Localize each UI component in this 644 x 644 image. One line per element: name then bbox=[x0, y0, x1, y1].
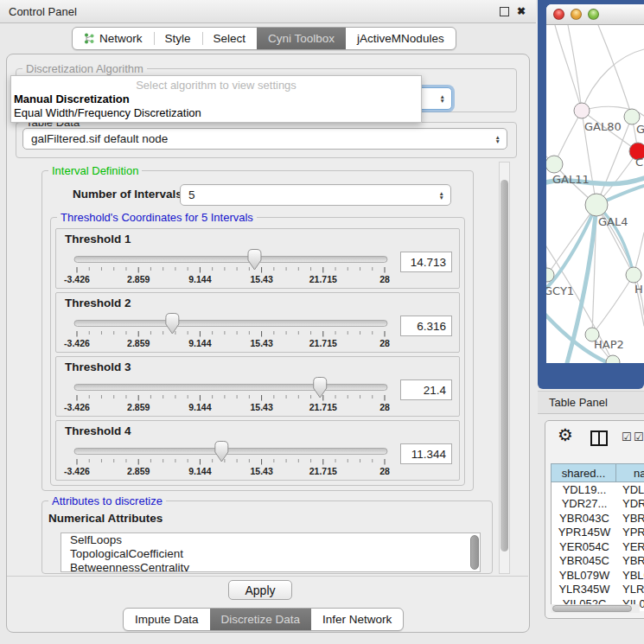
svg-text:-3.426: -3.426 bbox=[64, 466, 90, 476]
dropdown-option-manual[interactable]: Manual Discretization bbox=[11, 92, 421, 106]
app-root: Control Panel ✖ NetworkStyleSelectCyni T… bbox=[0, 0, 644, 644]
threshold-4-value-field[interactable]: 11.344 bbox=[400, 443, 452, 464]
threshold-3-panel: Threshold 3 -3.4262.8599.14415.4321.7152… bbox=[55, 356, 460, 417]
table-hscrollbar[interactable] bbox=[551, 604, 640, 613]
minimize-traffic-light-icon[interactable] bbox=[571, 9, 582, 20]
table-row[interactable]: YDR27... YDR2 bbox=[552, 497, 644, 512]
panel-scrollbar-thumb[interactable] bbox=[501, 180, 508, 552]
threshold-2-slider[interactable]: -3.4262.8599.14415.4321.71528 bbox=[67, 312, 399, 350]
svg-text:28: 28 bbox=[379, 402, 390, 412]
svg-text:9.144: 9.144 bbox=[188, 402, 211, 412]
list-item[interactable]: SelfLoops bbox=[61, 533, 480, 547]
attributes-group-label: Attributes to discretize bbox=[48, 494, 166, 507]
svg-text:GCY1: GCY1 bbox=[546, 284, 574, 297]
cell-name: YBR0 bbox=[617, 512, 644, 525]
svg-text:9.144: 9.144 bbox=[188, 338, 211, 348]
column-header-shared-name[interactable]: shared... bbox=[551, 463, 616, 482]
svg-text:28: 28 bbox=[379, 274, 390, 284]
network-window[interactable]: GAL80GACGAL11GAL4GCY1HHAP2 bbox=[546, 4, 644, 363]
svg-text:15.43: 15.43 bbox=[250, 338, 272, 348]
control-panel-titlebar: Control Panel ✖ bbox=[0, 0, 536, 23]
algorithm-dropdown-popup: Select algorithm to view settings Manual… bbox=[10, 75, 422, 123]
table-row[interactable]: YPR145W YPR1 bbox=[552, 526, 644, 540]
tab-network[interactable]: Network bbox=[73, 28, 154, 49]
table-data-value: galFiltered.sif default node bbox=[31, 132, 168, 145]
tab-infer-network[interactable]: Infer Network bbox=[311, 609, 403, 630]
threshold-label: Threshold 4 bbox=[65, 424, 131, 437]
cell-shared-name: YPR145W bbox=[552, 526, 617, 539]
cell-name: YLR3 bbox=[617, 583, 644, 596]
dropdown-option-equal-width[interactable]: Equal Width/Frequency Discretization bbox=[11, 106, 421, 120]
svg-text:9.144: 9.144 bbox=[188, 274, 211, 284]
select-column-icon[interactable]: ☑ bbox=[622, 431, 632, 443]
panel-scrollbar[interactable] bbox=[499, 162, 510, 574]
close-icon[interactable]: ✖ bbox=[517, 7, 526, 16]
table-hscrollbar-thumb[interactable] bbox=[552, 605, 632, 612]
list-item[interactable]: BetweennessCentrality bbox=[61, 561, 480, 572]
svg-text:-3.426: -3.426 bbox=[64, 402, 90, 412]
table-row[interactable]: YER054C YER0 bbox=[552, 539, 644, 554]
float-window-icon[interactable] bbox=[500, 7, 509, 16]
dropdown-prompt: Select algorithm to view settings bbox=[11, 76, 421, 92]
apply-button[interactable]: Apply bbox=[228, 580, 292, 600]
tab-discretize-data[interactable]: Discretize Data bbox=[210, 609, 312, 630]
svg-text:21.715: 21.715 bbox=[309, 338, 337, 348]
table-row[interactable]: YBR045C YBR0 bbox=[552, 554, 644, 569]
select-column-icon[interactable]: ☑ bbox=[634, 431, 644, 443]
cell-shared-name: YLR345W bbox=[552, 583, 617, 596]
cell-name: YDL1 bbox=[617, 483, 644, 496]
tab-style[interactable]: Style bbox=[154, 28, 202, 49]
discretization-algorithm-label: Discretization Algorithm bbox=[22, 62, 147, 75]
gear-icon[interactable]: ⚙ bbox=[558, 424, 573, 445]
table-data-combobox[interactable]: galFiltered.sif default node ▲▼ bbox=[22, 128, 507, 150]
cell-shared-name: YBR043C bbox=[552, 512, 617, 525]
threshold-3-value-field[interactable]: 21.4 bbox=[400, 379, 452, 400]
table-panel-title: Table Panel bbox=[549, 396, 608, 409]
numerical-attributes-list: SelfLoops TopologicalCoefficient Between… bbox=[61, 532, 481, 572]
svg-text:2.859: 2.859 bbox=[127, 274, 150, 284]
tab-jactivemnodules[interactable]: jActiveMNodules bbox=[346, 28, 456, 49]
tab-label: Cyni Toolbox bbox=[268, 32, 335, 45]
list-item[interactable]: TopologicalCoefficient bbox=[61, 547, 480, 561]
threshold-1-slider[interactable]: -3.4262.8599.14415.4321.71528 bbox=[67, 248, 399, 286]
network-icon bbox=[84, 33, 95, 44]
column-header-name[interactable]: na bbox=[616, 463, 644, 482]
table-row[interactable]: YBL079W YBL0 bbox=[552, 568, 644, 583]
svg-text:15.43: 15.43 bbox=[250, 402, 272, 412]
table-row[interactable]: YLR345W YLR3 bbox=[552, 583, 644, 597]
svg-text:15.43: 15.43 bbox=[250, 274, 272, 284]
list-scrollbar[interactable] bbox=[470, 535, 479, 570]
network-canvas[interactable]: GAL80GACGAL11GAL4GCY1HHAP2 bbox=[546, 25, 644, 363]
svg-text:21.715: 21.715 bbox=[309, 466, 337, 476]
table-rows: YDL19... YDL1 YDR27... YDR2 YBR043C YBR0… bbox=[551, 482, 644, 611]
svg-text:GA: GA bbox=[636, 123, 644, 136]
threshold-4-slider[interactable]: -3.4262.8599.14415.4321.71528 bbox=[67, 440, 399, 478]
tab-select[interactable]: Select bbox=[202, 28, 258, 49]
threshold-1-value-field[interactable]: 14.713 bbox=[400, 252, 452, 272]
table-header-row: shared... na bbox=[551, 463, 644, 482]
network-view-frame: GAL80GACGAL11GAL4GCY1HHAP2 bbox=[538, 0, 644, 389]
cell-name: YDR2 bbox=[617, 497, 644, 510]
threshold-3-slider[interactable]: -3.4262.8599.14415.4321.71528 bbox=[67, 376, 399, 414]
close-traffic-light-icon[interactable] bbox=[553, 9, 564, 20]
svg-text:2.859: 2.859 bbox=[127, 466, 150, 476]
stepper-arrows-icon: ▲▼ bbox=[440, 94, 445, 103]
threshold-2-value-field[interactable]: 6.316 bbox=[400, 316, 452, 336]
tab-label: Style bbox=[165, 32, 191, 45]
tab-cyni-toolbox[interactable]: Cyni Toolbox bbox=[257, 28, 346, 49]
number-of-intervals-combobox[interactable]: 5 ▲▼ bbox=[180, 184, 451, 206]
table-row[interactable]: YDL19... YDL1 bbox=[552, 482, 644, 497]
svg-text:GAL4: GAL4 bbox=[598, 215, 628, 228]
cell-shared-name: YBR045C bbox=[552, 554, 617, 567]
tab-impute-data[interactable]: Impute Data bbox=[124, 609, 210, 630]
table-row[interactable]: YBR043C YBR0 bbox=[552, 511, 644, 526]
zoom-traffic-light-icon[interactable] bbox=[588, 9, 599, 20]
split-columns-icon[interactable] bbox=[590, 430, 608, 446]
svg-text:H: H bbox=[634, 283, 643, 296]
titlebar-buttons: ✖ bbox=[500, 0, 526, 22]
cell-shared-name: YDR27... bbox=[552, 497, 617, 510]
number-of-intervals-value: 5 bbox=[188, 188, 195, 201]
stepper-arrows-icon: ▲▼ bbox=[439, 191, 444, 200]
threshold-label: Threshold 2 bbox=[65, 296, 131, 309]
svg-text:21.715: 21.715 bbox=[309, 274, 337, 284]
